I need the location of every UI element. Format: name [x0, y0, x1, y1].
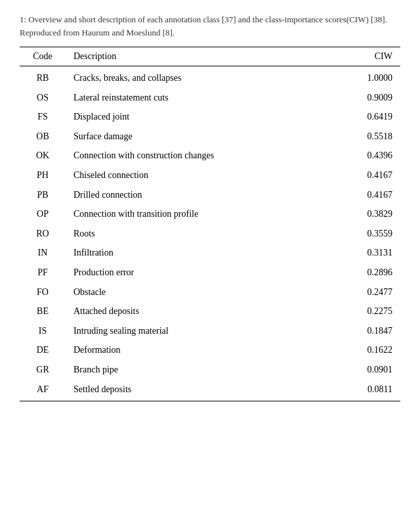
- cell-description: Intruding sealing material: [66, 321, 348, 341]
- table-row: PHChiseled connection0.4167: [20, 166, 400, 185]
- cell-code: RB: [20, 66, 66, 88]
- cell-description: Cracks, breaks, and collapses: [66, 66, 348, 88]
- cell-ciw: 0.0811: [348, 380, 400, 401]
- cell-ciw: 0.9009: [348, 88, 400, 108]
- cell-description: Roots: [66, 224, 348, 244]
- table-header: Code Description CIW: [20, 47, 400, 66]
- header-description: Description: [66, 47, 348, 66]
- header-code: Code: [20, 47, 66, 66]
- cell-ciw: 0.3131: [348, 243, 400, 263]
- table-row: OSLateral reinstatement cuts0.9009: [20, 88, 400, 108]
- table-row: INInfiltration0.3131: [20, 243, 400, 263]
- cell-code: BE: [20, 302, 66, 321]
- cell-code: PH: [20, 166, 66, 185]
- cell-description: Production error: [66, 263, 348, 282]
- cell-description: Connection with transition profile: [66, 204, 348, 224]
- cell-code: GR: [20, 360, 66, 380]
- table-row: OPConnection with transition profile0.38…: [20, 204, 400, 224]
- cell-ciw: 0.3559: [348, 224, 400, 244]
- cell-description: Lateral reinstatement cuts: [66, 88, 348, 108]
- table-row: BEAttached deposits0.2275: [20, 302, 400, 321]
- cell-description: Attached deposits: [66, 302, 348, 321]
- cell-description: Branch pipe: [66, 360, 348, 380]
- cell-ciw: 0.5518: [348, 127, 400, 147]
- cell-code: DE: [20, 340, 66, 360]
- cell-ciw: 0.6419: [348, 107, 400, 127]
- cell-ciw: 0.0901: [348, 360, 400, 380]
- cell-description: Displaced joint: [66, 107, 348, 127]
- cell-description: Settled deposits: [66, 380, 348, 401]
- table-row: AFSettled deposits0.0811: [20, 380, 400, 401]
- annotation-table: Code Description CIW RBCracks, breaks, a…: [20, 47, 400, 401]
- cell-code: IN: [20, 243, 66, 263]
- cell-code: OK: [20, 146, 66, 166]
- cell-description: Drilled connection: [66, 185, 348, 205]
- table-row: RBCracks, breaks, and collapses1.0000: [20, 66, 400, 88]
- table-row: FOObstacle0.2477: [20, 282, 400, 302]
- table-row: DEDeformation0.1622: [20, 340, 400, 360]
- cell-code: FS: [20, 107, 66, 127]
- table-row: PFProduction error0.2896: [20, 263, 400, 282]
- cell-code: FO: [20, 282, 66, 302]
- cell-ciw: 0.4396: [348, 146, 400, 166]
- cell-ciw: 0.2477: [348, 282, 400, 302]
- cell-code: OB: [20, 127, 66, 147]
- table-row: ISIntruding sealing material0.1847: [20, 321, 400, 341]
- cell-ciw: 0.3829: [348, 204, 400, 224]
- cell-code: RO: [20, 224, 66, 244]
- table-body: RBCracks, breaks, and collapses1.0000OSL…: [20, 66, 400, 401]
- cell-code: AF: [20, 380, 66, 401]
- cell-ciw: 1.0000: [348, 66, 400, 88]
- table-row: FSDisplaced joint0.6419: [20, 107, 400, 127]
- cell-description: Surface damage: [66, 127, 348, 147]
- cell-code: PF: [20, 263, 66, 282]
- table-row: OKConnection with construction changes0.…: [20, 146, 400, 166]
- header-ciw: CIW: [348, 47, 400, 66]
- cell-ciw: 0.1622: [348, 340, 400, 360]
- cell-description: Deformation: [66, 340, 348, 360]
- cell-ciw: 0.2896: [348, 263, 400, 282]
- cell-code: OP: [20, 204, 66, 224]
- cell-code: IS: [20, 321, 66, 341]
- cell-ciw: 0.2275: [348, 302, 400, 321]
- cell-description: Obstacle: [66, 282, 348, 302]
- cell-description: Connection with construction changes: [66, 146, 348, 166]
- table-row: GRBranch pipe0.0901: [20, 360, 400, 380]
- cell-ciw: 0.1847: [348, 321, 400, 341]
- table-row: PBDrilled connection0.4167: [20, 185, 400, 205]
- cell-description: Chiseled connection: [66, 166, 348, 185]
- table-row: OBSurface damage0.5518: [20, 127, 400, 147]
- cell-code: OS: [20, 88, 66, 108]
- table-row: RORoots0.3559: [20, 224, 400, 244]
- cell-ciw: 0.4167: [348, 166, 400, 185]
- cell-code: PB: [20, 185, 66, 205]
- cell-ciw: 0.4167: [348, 185, 400, 205]
- cell-description: Infiltration: [66, 243, 348, 263]
- caption: 1: Overview and short description of eac…: [20, 13, 400, 39]
